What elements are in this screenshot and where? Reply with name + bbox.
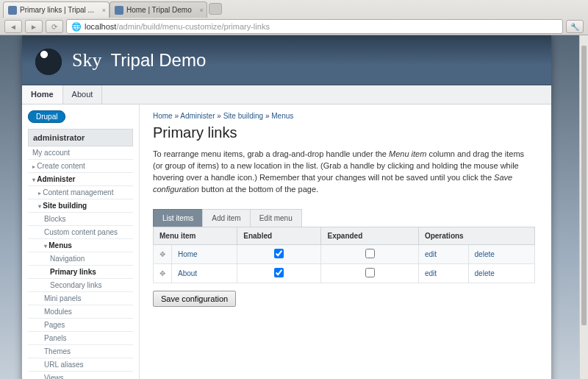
scrollbar-thumb[interactable]	[581, 46, 587, 325]
favicon-icon	[115, 6, 123, 15]
expanded-checkbox[interactable]	[365, 268, 375, 277]
op-edit[interactable]: edit	[425, 269, 437, 277]
drupal-badge[interactable]: Drupal	[28, 110, 65, 123]
local-tabs: List items Add item Edit menu	[153, 209, 535, 227]
enabled-checkbox[interactable]	[274, 249, 284, 258]
tab-list-items[interactable]: List items	[153, 209, 203, 227]
tab-edit-menu[interactable]: Edit menu	[250, 209, 302, 227]
site-header: Sky Tripal Demo	[22, 35, 551, 85]
sidebar-item-create[interactable]: Create content	[28, 160, 133, 173]
op-delete[interactable]: delete	[475, 269, 495, 277]
site-name: Sky	[72, 49, 101, 71]
sidebar-item-blocks[interactable]: Blocks	[28, 213, 133, 226]
reload-button[interactable]: ⟳	[46, 20, 63, 33]
th-menu-item: Menu item	[154, 227, 237, 244]
th-expanded: Expanded	[321, 227, 418, 244]
sidebar-item-themes[interactable]: Themes	[28, 345, 133, 358]
primary-nav: Home About	[22, 85, 551, 105]
sidebar: Drupal administrator My account Create c…	[22, 105, 140, 379]
drag-handle-icon[interactable]: ✥	[154, 244, 172, 263]
page-title: Primary links	[153, 124, 535, 141]
sidebar-item-mini-panels[interactable]: Mini panels	[28, 292, 133, 305]
tab-label: Primary links | Tripal ...	[20, 6, 94, 14]
th-enabled: Enabled	[237, 227, 321, 244]
sidebar-item-secondary-links[interactable]: Secondary links	[28, 279, 133, 292]
wrench-icon[interactable]: 🔧	[566, 20, 584, 33]
menu-link-about[interactable]: About	[178, 269, 197, 277]
op-delete[interactable]: delete	[475, 250, 495, 258]
url-path: /admin/build/menu-customize/primary-link…	[116, 22, 269, 31]
browser-chrome: Primary links | Tripal ... × Home | Trip…	[0, 0, 588, 35]
menu-link-home[interactable]: Home	[178, 250, 198, 258]
crumb-site-building[interactable]: Site building	[223, 112, 263, 120]
close-icon[interactable]: ×	[102, 7, 106, 14]
globe-icon: 🌐	[71, 22, 82, 32]
browser-tab-active[interactable]: Primary links | Tripal ... ×	[3, 1, 110, 18]
sidebar-item-pages[interactable]: Pages	[28, 319, 133, 332]
th-operations: Operations	[418, 227, 534, 244]
url-host: localhost	[85, 22, 116, 31]
save-button[interactable]: Save configuration	[153, 291, 236, 307]
forward-button[interactable]: ►	[25, 20, 43, 33]
sidebar-item-panels[interactable]: Panels	[28, 332, 133, 345]
sidebar-item-primary-links[interactable]: Primary links	[28, 266, 133, 279]
sidebar-item-content-mgmt[interactable]: Content management	[28, 186, 133, 199]
browser-tab[interactable]: Home | Tripal Demo ×	[110, 1, 207, 18]
sidebar-item-myaccount[interactable]: My account	[28, 146, 133, 160]
crumb-menus[interactable]: Menus	[271, 112, 293, 120]
sidebar-item-administer[interactable]: Administer	[28, 173, 133, 186]
sidebar-item-site-building[interactable]: Site building	[28, 199, 133, 213]
logo-icon[interactable]	[34, 46, 63, 75]
table-row: ✥ Home edit delete	[154, 244, 535, 263]
enabled-checkbox[interactable]	[274, 268, 284, 277]
page: Sky Tripal Demo Home About Drupal admini…	[22, 35, 551, 379]
crumb-administer[interactable]: Administer	[180, 112, 215, 120]
drag-handle-icon[interactable]: ✥	[154, 263, 172, 283]
crumb-home[interactable]: Home	[153, 112, 173, 120]
back-button[interactable]: ◄	[4, 20, 22, 33]
table-row: ✥ About edit delete	[154, 263, 535, 283]
sidebar-item-views[interactable]: Views	[28, 372, 133, 379]
sidebar-item-menus[interactable]: Menus	[28, 239, 133, 252]
tab-add-item[interactable]: Add item	[202, 209, 250, 227]
menu-items-table: Menu item Enabled Expanded Operations ✥ …	[153, 227, 535, 283]
sidebar-item-navigation[interactable]: Navigation	[28, 252, 133, 266]
main-content: Home » Administer » Site building » Menu…	[140, 105, 551, 379]
breadcrumb: Home » Administer » Site building » Menu…	[153, 112, 535, 120]
op-edit[interactable]: edit	[425, 250, 437, 258]
tab-strip: Primary links | Tripal ... × Home | Trip…	[0, 0, 588, 18]
sidebar-item-modules[interactable]: Modules	[28, 305, 133, 319]
expanded-checkbox[interactable]	[365, 249, 375, 258]
help-text: To rearrange menu items, grab a drag-and…	[153, 149, 535, 196]
close-icon[interactable]: ×	[199, 7, 203, 14]
sidebar-block-title: administrator	[28, 129, 133, 146]
address-bar[interactable]: 🌐 localhost/admin/build/menu-customize/p…	[66, 19, 563, 34]
nav-about[interactable]: About	[63, 85, 103, 104]
viewport: Sky Tripal Demo Home About Drupal admini…	[0, 35, 588, 379]
nav-home[interactable]: Home	[22, 85, 63, 104]
favicon-icon	[8, 6, 17, 15]
sidebar-item-custom-panes[interactable]: Custom content panes	[28, 226, 133, 239]
sidebar-item-url-aliases[interactable]: URL aliases	[28, 358, 133, 372]
scrollbar[interactable]	[579, 35, 588, 379]
site-title: Tripal Demo	[110, 50, 206, 71]
tab-label: Home | Tripal Demo	[126, 6, 192, 14]
new-tab-button[interactable]	[209, 3, 222, 15]
